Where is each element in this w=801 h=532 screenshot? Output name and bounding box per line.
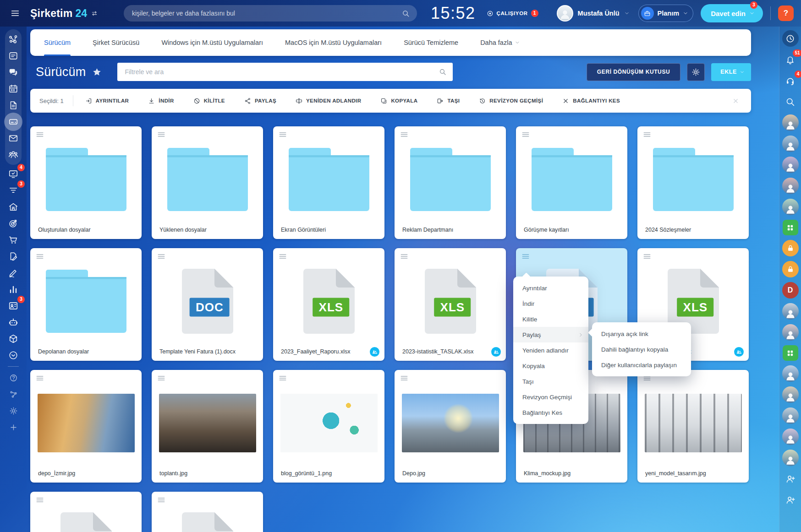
action-revi-zyon-geçmi-şi[interactable]: REVİZYON GEÇMİŞİ (476, 97, 546, 105)
sidebar-item-tasks[interactable] (5, 48, 22, 64)
tab-şirket-sürücüsü[interactable]: Şirket Sürücüsü (93, 29, 139, 56)
rail-user-avatar[interactable] (782, 157, 799, 173)
tile-oluşturulan-dosyalar[interactable]: Oluşturulan dosyalar (30, 126, 142, 239)
context-menu-item-ayrıntılar[interactable]: Ayrıntılar (513, 280, 588, 296)
sidebar-item-team[interactable] (5, 147, 22, 163)
sidebar-item-cube[interactable] (5, 331, 22, 347)
sidebar-item-plus[interactable] (5, 419, 22, 435)
rail-locked-user[interactable] (782, 261, 799, 277)
rail-user-avatar[interactable] (782, 114, 799, 131)
sidebar-item-drive[interactable] (4, 113, 22, 131)
tile-2023-istatistik-taslak-xlsx[interactable]: XLS2023-istatistik_TASLAK.xlsx (395, 248, 506, 361)
action-bağlantiyi-kes[interactable]: BAĞLANTIYI KES (560, 97, 623, 105)
recycle-bin-button[interactable]: GERİ DÖNÜŞÜM KUTUSU (587, 63, 680, 81)
rail-user-avatar[interactable] (782, 303, 799, 320)
submenu-item-dışarıya-açık-link[interactable]: Dışarıya açık link (592, 326, 691, 342)
sidebar-item-contacts[interactable]: 3 (5, 298, 22, 314)
action-paylaş[interactable]: PAYLAŞ (241, 97, 279, 105)
tile-blog-görüntü-1-png[interactable]: blog_görüntü_1.png (273, 370, 384, 483)
action-kopyala[interactable]: KOPYALA (378, 97, 420, 105)
tile-reklam-departmanı[interactable]: Reklam Departmanı (395, 126, 506, 239)
tile-file-19[interactable] (152, 492, 263, 532)
sidebar-item-sign[interactable] (5, 248, 22, 265)
action-ayrintilar[interactable]: AYRINTILAR (82, 97, 132, 105)
rail-user-avatar[interactable] (782, 429, 799, 445)
tile-ekran-görüntüleri[interactable]: Ekran Görüntüleri (273, 126, 384, 239)
action-taşi[interactable]: TAŞI (434, 97, 462, 105)
sidebar-item-chart[interactable] (5, 281, 22, 298)
filter-search-input[interactable] (124, 68, 439, 76)
rail-user-avatar[interactable] (782, 199, 799, 215)
add-button[interactable]: EKLE (711, 63, 751, 81)
sidebar-item-bot[interactable] (5, 314, 22, 331)
tab-windows-için-m-üstü-uygulamaları[interactable]: Windows için M.üstü Uygulamaları (161, 29, 263, 56)
sidebar-item-document[interactable] (5, 97, 22, 114)
tile-file-18[interactable] (30, 492, 142, 532)
sidebar-item-funnel[interactable]: 3 (5, 182, 22, 199)
tile-depolanan-dosyalar[interactable]: Depolanan dosyalar (30, 248, 142, 361)
tab-daha-fazla[interactable]: Daha fazla (480, 29, 520, 56)
context-menu-item-paylaş[interactable]: Paylaş (513, 327, 588, 342)
global-search[interactable] (124, 5, 417, 22)
context-menu-item-i-ndir[interactable]: İndir (513, 296, 588, 311)
action-ki-li-tle[interactable]: KİLİTLE (191, 97, 228, 105)
action-yeni-den-adlandir[interactable]: YENİDEN ADLANDIR (293, 97, 364, 105)
user-menu[interactable]: Mustafa Ünlü (557, 5, 630, 22)
action-i-ndi-r[interactable]: İNDİR (145, 97, 176, 105)
rail-user-avatar[interactable] (782, 178, 799, 194)
submenu-item-dahili-bağlantıyı-kopyala[interactable]: Dahili bağlantıyı kopyala (592, 342, 691, 357)
context-menu-item-bağlantıyı-kes[interactable]: Bağlantıyı Kes (513, 405, 588, 420)
tile-depo-i-zmir-jpg[interactable]: depo_İzmir.jpg (30, 370, 142, 483)
tab-sürücüm[interactable]: Sürücüm (44, 29, 71, 56)
global-search-input[interactable] (131, 9, 402, 17)
submenu-item-diğer-kullanıcılarla-paylaşın[interactable]: Diğer kullanıcılarla paylaşın (592, 357, 691, 373)
sidebar-item-gear[interactable] (5, 402, 22, 419)
rail-user-avatar[interactable] (782, 450, 799, 466)
rail-user-avatar[interactable] (782, 365, 799, 382)
sidebar-item-nodes[interactable] (5, 386, 22, 402)
tile-2024-sözleşmeler[interactable]: 2024 Sözleşmeler (637, 126, 749, 239)
context-menu-item-revizyon-geçmişi[interactable]: Revizyon Geçmişi (513, 389, 588, 405)
tab-macos-için-m-üstü-uygulamaları[interactable]: MacOS için M.üstü Uygulamaları (285, 29, 382, 56)
tile-2023-faaliyet-raporu-xlsx[interactable]: XLS2023_Faaliyet_Raporu.xlsx (273, 248, 384, 361)
tab-sürücü-temizleme[interactable]: Sürücü Temizleme (404, 29, 458, 56)
sidebar-item-warehouse[interactable] (5, 199, 22, 215)
settings-gear-button[interactable] (687, 63, 705, 81)
close-toolbar-button[interactable] (730, 97, 742, 105)
filter-search[interactable] (117, 63, 453, 81)
tile-template-yeni-fatura-1-docx[interactable]: DOCTemplate Yeni Fatura (1).docx (152, 248, 263, 361)
invite-button[interactable]: Davet edin 3 (701, 4, 763, 22)
sidebar-item-collapse[interactable] (5, 347, 22, 364)
plan-button[interactable]: Planım (638, 5, 694, 22)
menu-toggle-button[interactable] (8, 6, 22, 20)
sidebar-item-video[interactable]: 4 (5, 166, 22, 182)
rail-app-button[interactable] (783, 220, 798, 235)
workspace-switch-icon[interactable] (91, 10, 98, 17)
app-logo[interactable]: Şirketim 24 (30, 7, 98, 20)
favorite-star-icon[interactable] (92, 67, 102, 77)
work-status-button[interactable]: ÇALIŞIYOR 1 (487, 10, 538, 17)
rail-user-avatar[interactable] (782, 324, 799, 341)
rail-app-button[interactable] (783, 345, 798, 361)
tile-yüklenen-dosyalar[interactable]: Yüklenen dosyalar (152, 126, 263, 239)
work-time-clock[interactable]: 15:52 (431, 4, 476, 23)
context-menu-item-kilitle[interactable]: Kilitle (513, 311, 588, 327)
context-menu-item-taşı[interactable]: Taşı (513, 374, 588, 389)
context-menu-item-kopyala[interactable]: Kopyala (513, 358, 588, 374)
rail-user-avatar[interactable] (782, 386, 799, 403)
rail-invite-user-button[interactable] (782, 471, 799, 487)
tile-toplantı-jpg[interactable]: toplantı.jpg (152, 370, 263, 483)
tile-görüşme-kayıtları[interactable]: Görüşme kayıtları (516, 126, 627, 239)
context-menu-item-yeniden-adlandır[interactable]: Yeniden adlandır (513, 342, 588, 358)
sidebar-item-cart[interactable] (5, 232, 22, 248)
rail-search-button[interactable] (782, 93, 799, 110)
sidebar-item-target[interactable] (5, 215, 22, 232)
rail-clock-button[interactable] (782, 30, 799, 47)
tile-yeni-model-tasarım-jpg[interactable]: yeni_model_tasarım.jpg (637, 370, 749, 483)
sidebar-item-pen[interactable] (5, 265, 22, 281)
help-button[interactable]: ? (778, 5, 794, 21)
rail-locked-user[interactable] (782, 240, 799, 256)
rail-user-avatar[interactable] (782, 407, 799, 424)
sidebar-item-messenger[interactable] (5, 64, 22, 81)
sidebar-item-calendar[interactable] (5, 81, 22, 97)
